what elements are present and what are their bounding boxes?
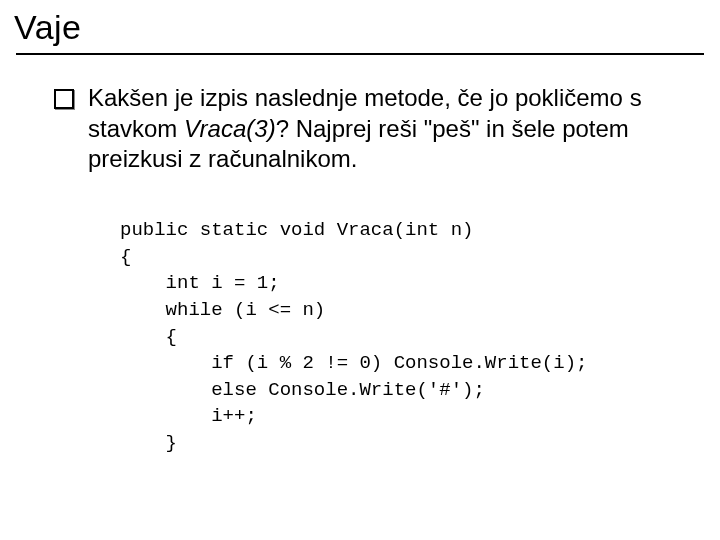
code-line: { <box>120 246 131 268</box>
code-line: public static void Vraca(int n) <box>120 219 473 241</box>
bullet-text-italic: Vraca(3) <box>184 115 276 142</box>
page-title: Vaje <box>0 0 720 51</box>
square-bullet-icon <box>54 89 74 109</box>
slide: Vaje Kakšen je izpis naslednje metode, č… <box>0 0 720 540</box>
code-line: } <box>120 432 177 454</box>
code-line: { <box>120 326 177 348</box>
code-line: int i = 1; <box>120 272 280 294</box>
code-line: else Console.Write('#'); <box>120 379 485 401</box>
code-line: i++; <box>120 405 257 427</box>
bullet-text: Kakšen je izpis naslednje metode, če jo … <box>88 83 680 175</box>
code-line: while (i <= n) <box>120 299 325 321</box>
code-line: if (i % 2 != 0) Console.Write(i); <box>120 352 587 374</box>
bullet-item: Kakšen je izpis naslednje metode, če jo … <box>54 83 680 175</box>
body: Kakšen je izpis naslednje metode, če jo … <box>0 55 720 457</box>
code-block: public static void Vraca(int n) { int i … <box>120 217 680 456</box>
